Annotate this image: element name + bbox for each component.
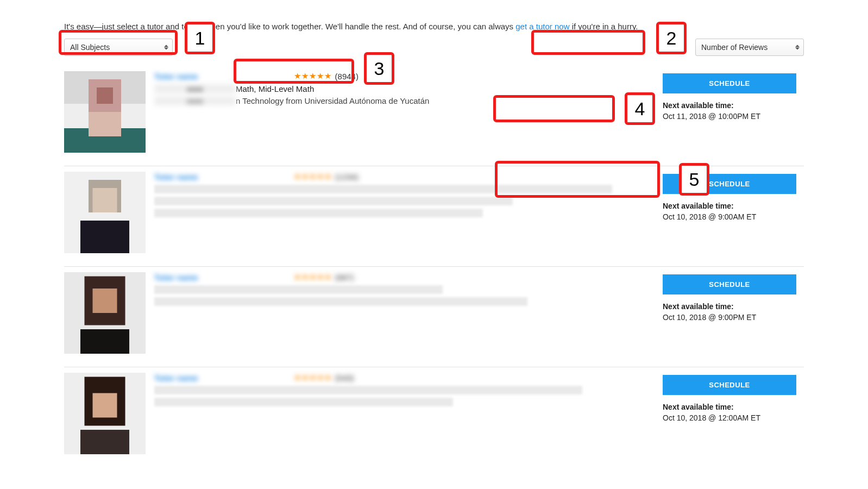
schedule-button[interactable]: SCHEDULE: [663, 174, 796, 194]
sort-filter[interactable]: Number of Reviews: [695, 39, 804, 56]
star-icon: ★★★★★: [294, 272, 332, 282]
tutor-rating: ★★★★★ (1234): [294, 172, 358, 181]
tutor-row: Tutor name ★★★★★ (543) SCHEDULE Next ava…: [64, 367, 804, 467]
tutor-rating: ★★★★★ (543): [294, 373, 354, 383]
tutor-avatar: [64, 172, 146, 253]
review-count: (543): [335, 373, 354, 383]
tutor-row: Tutor name ★★★★★ (8944) xxxxMath, Mid-Le…: [64, 66, 804, 166]
tutor-name-link[interactable]: Tutor name: [154, 72, 198, 81]
tutor-row: Tutor name ★★★★★ (987) SCHEDULE Next ava…: [64, 267, 804, 367]
tutor-name-link[interactable]: Tutor name: [154, 373, 198, 383]
star-icon: ★★★★★: [294, 172, 332, 181]
intro-suffix: if you're in a hurry.: [570, 22, 638, 31]
svg-rect-16: [93, 393, 117, 418]
svg-rect-13: [80, 329, 129, 354]
svg-rect-9: [80, 221, 129, 253]
star-icon: ★★★★★: [294, 71, 332, 81]
next-available-label: Next available time:: [663, 302, 804, 311]
next-available-time: Oct 11, 2018 @ 10:00PM ET: [663, 112, 804, 121]
intro-text: It's easy—just select a tutor and tell u…: [64, 22, 804, 31]
sort-filter-wrap: Number of Reviews: [695, 39, 804, 56]
svg-rect-12: [93, 289, 117, 313]
tutor-rating: ★★★★★ (8944): [294, 71, 358, 81]
tutor-avatar: [64, 373, 146, 454]
tutor-rating: ★★★★★ (987): [294, 272, 354, 282]
intro-prefix: It's easy—just select a tutor and tell u…: [64, 22, 515, 31]
next-available-time: Oct 10, 2018 @ 12:00AM ET: [663, 413, 804, 422]
next-available-time: Oct 10, 2018 @ 9:00PM ET: [663, 313, 804, 322]
tutor-avatar: [64, 71, 146, 153]
review-count: (8944): [335, 72, 358, 81]
tutor-bio: xxxxn Technology from Universidad Autóno…: [154, 95, 652, 106]
review-count: (987): [335, 273, 354, 282]
schedule-button[interactable]: SCHEDULE: [663, 274, 796, 294]
star-icon: ★★★★★: [294, 373, 332, 383]
subject-filter[interactable]: All Subjects: [64, 39, 173, 56]
tutor-avatar: [64, 272, 146, 354]
next-available-label: Next available time:: [663, 202, 804, 210]
svg-rect-17: [80, 430, 129, 454]
subject-filter-wrap: All Subjects: [64, 39, 173, 56]
tutor-name-link[interactable]: Tutor name: [154, 273, 198, 282]
svg-rect-5: [89, 112, 121, 136]
schedule-button[interactable]: SCHEDULE: [663, 375, 796, 395]
tutor-row: Tutor name ★★★★★ (1234) SCHEDULE Next av…: [64, 166, 804, 267]
next-available-time: Oct 10, 2018 @ 9:00AM ET: [663, 212, 804, 221]
next-available-label: Next available time:: [663, 101, 804, 110]
svg-rect-3: [97, 87, 113, 104]
tutor-subjects: xxxxMath, Mid-Level Math: [154, 84, 652, 93]
get-tutor-now-link[interactable]: get a tutor now: [515, 22, 569, 31]
next-available-label: Next available time:: [663, 403, 804, 411]
filters-row: All Subjects Number of Reviews: [64, 39, 804, 56]
tutor-name-link[interactable]: Tutor name: [154, 172, 198, 181]
svg-rect-8: [93, 188, 117, 212]
review-count: (1234): [335, 172, 358, 181]
schedule-button[interactable]: SCHEDULE: [663, 73, 796, 93]
